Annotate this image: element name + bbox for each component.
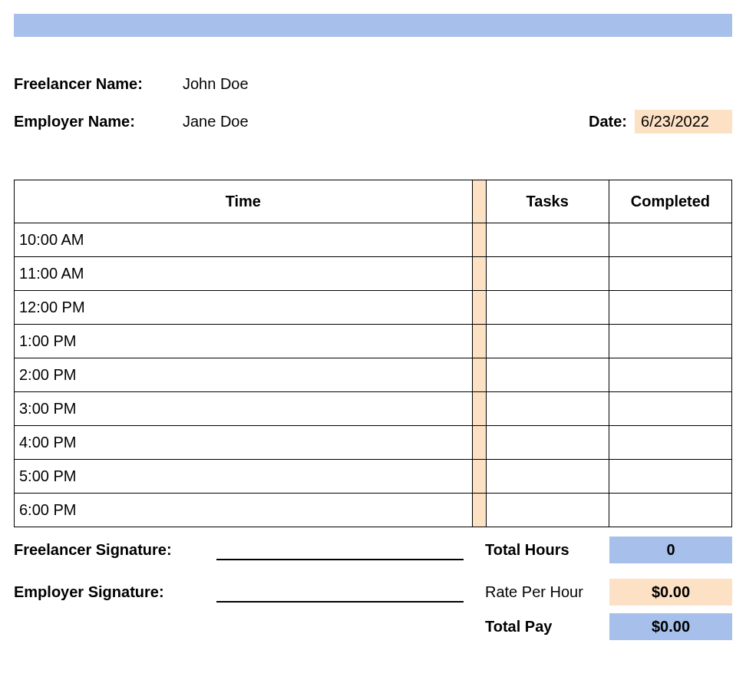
cell-tasks[interactable] [486,494,609,527]
cell-completed[interactable] [609,257,731,291]
cell-time: 5:00 PM [15,460,473,494]
cell-time: 1:00 PM [15,325,473,358]
employer-signature-label: Employer Signature: [14,583,213,601]
cell-completed[interactable] [609,291,731,325]
table-row: 11:00 AM [15,257,732,291]
cell-completed[interactable] [609,494,731,527]
cell-completed[interactable] [609,426,731,460]
col-separator [472,180,486,223]
cell-time: 12:00 PM [15,291,473,325]
cell-separator [472,223,486,257]
cell-tasks[interactable] [486,426,609,460]
table-row: 3:00 PM [15,392,732,426]
table-row: 12:00 PM [15,291,732,325]
cell-tasks[interactable] [486,223,609,257]
cell-completed[interactable] [609,460,731,494]
total-hours-value: 0 [609,537,732,563]
cell-time: 2:00 PM [15,358,473,392]
cell-time: 3:00 PM [15,392,473,426]
cell-completed[interactable] [609,392,731,426]
freelancer-label: Freelancer Name: [14,75,183,93]
table-row: 6:00 PM [15,494,732,527]
total-pay-label: Total Pay [479,618,609,636]
cell-completed[interactable] [609,325,731,358]
info-block: Freelancer Name: John Doe Employer Name:… [14,75,732,134]
cell-separator [472,426,486,460]
col-time: Time [15,180,473,223]
cell-time: 6:00 PM [15,494,473,527]
cell-tasks[interactable] [486,358,609,392]
cell-time: 10:00 AM [15,223,473,257]
employer-label: Employer Name: [14,113,183,130]
cell-separator [472,257,486,291]
cell-completed[interactable] [609,358,731,392]
date-pair: Date: 6/23/2022 [584,110,732,134]
table-row: 1:00 PM [15,325,732,358]
cell-tasks[interactable] [486,257,609,291]
freelancer-row: Freelancer Name: John Doe [14,75,732,93]
cell-tasks[interactable] [486,325,609,358]
cell-completed[interactable] [609,223,731,257]
summary-block: Freelancer Signature: Total Hours 0 Empl… [14,537,732,640]
cell-separator [472,494,486,527]
rate-per-hour-label: Rate Per Hour [479,583,609,601]
employer-value: Jane Doe [183,113,249,130]
cell-separator [472,358,486,392]
table-row: 10:00 AM [15,223,732,257]
date-label: Date: [584,110,632,134]
employer-row: Employer Name: Jane Doe Date: 6/23/2022 [14,110,732,134]
total-hours-label: Total Hours [479,541,609,559]
top-bar [14,14,732,37]
col-tasks: Tasks [486,180,609,223]
total-pay-value: $0.00 [609,613,732,640]
cell-separator [472,460,486,494]
timesheet-table: Time Tasks Completed 10:00 AM11:00 AM12:… [14,180,732,527]
table-row: 4:00 PM [15,426,732,460]
cell-time: 11:00 AM [15,257,473,291]
cell-separator [472,392,486,426]
freelancer-signature-label: Freelancer Signature: [14,541,213,559]
cell-time: 4:00 PM [15,426,473,460]
freelancer-value: John Doe [183,75,249,93]
employer-signature-line[interactable] [216,583,464,603]
table-header-row: Time Tasks Completed [15,180,732,223]
cell-tasks[interactable] [486,392,609,426]
freelancer-signature-line[interactable] [216,540,464,560]
cell-separator [472,325,486,358]
rate-per-hour-value: $0.00 [609,579,732,606]
table-row: 2:00 PM [15,358,732,392]
cell-tasks[interactable] [486,460,609,494]
date-value: 6/23/2022 [635,110,732,134]
cell-separator [472,291,486,325]
table-row: 5:00 PM [15,460,732,494]
cell-tasks[interactable] [486,291,609,325]
col-completed: Completed [609,180,731,223]
